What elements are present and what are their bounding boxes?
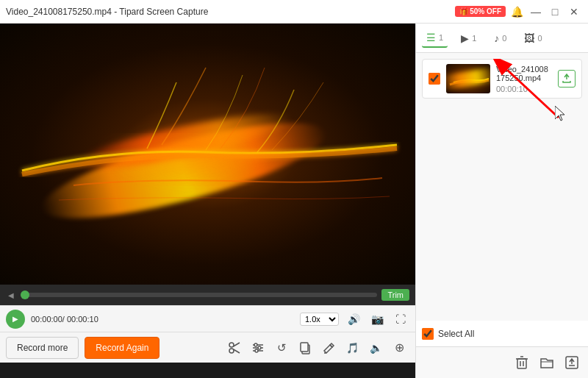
file-info: Video_241008175250.mp4 00:00:10 [496, 65, 552, 93]
volume-edit-button[interactable]: 🔈 [365, 338, 386, 358]
audio-edit-button[interactable]: 🎵 [342, 338, 362, 358]
svg-point-9 [258, 346, 261, 349]
close-button[interactable]: ✕ [566, 4, 582, 20]
select-all-checkbox[interactable] [422, 328, 434, 340]
select-all-bar: Select All [416, 321, 588, 347]
minimize-button[interactable]: — [528, 4, 544, 20]
tab-play[interactable]: ▶ 1 [456, 29, 481, 47]
rotate-icon: ↺ [277, 341, 287, 354]
scrubber-start-icon: ◀ [6, 290, 16, 300]
play-icon: ▶ [12, 315, 18, 323]
promo-icon: 🎁 [459, 7, 468, 15]
play-button[interactable]: ▶ [6, 310, 25, 329]
speed-select[interactable]: 1.0x 0.5x 0.75x 1.25x 1.5x 2.0x [300, 313, 339, 326]
copy-icon [298, 341, 312, 354]
scrubber-thumb[interactable] [21, 290, 29, 299]
scrubber-area: ◀ Trim [0, 285, 415, 305]
copy-button[interactable] [295, 338, 315, 358]
svg-rect-12 [301, 343, 308, 352]
folder-icon [540, 357, 553, 368]
more-button[interactable]: ⊕ [389, 338, 409, 358]
export-all-button[interactable] [562, 352, 582, 373]
svg-line-4 [234, 349, 240, 353]
tab-image[interactable]: 🖼 0 [520, 29, 546, 47]
volume-edit-icon: 🔈 [370, 342, 382, 354]
tab-video[interactable]: ☰ 1 [422, 29, 448, 48]
svg-rect-16 [517, 359, 526, 368]
delete-button[interactable] [512, 352, 532, 373]
trim-button[interactable]: Trim [381, 289, 409, 301]
file-checkbox[interactable] [429, 73, 440, 85]
app-title: Video_241008175250.mp4 - Tipard Screen C… [6, 7, 208, 17]
more-icon: ⊕ [395, 340, 404, 354]
list-icon: ☰ [426, 32, 436, 43]
svg-point-10 [255, 349, 258, 352]
controls-area: ▶ 00:00:00/ 00:00:10 1.0x 0.5x 0.75x 1.2… [0, 305, 415, 332]
rotate-button[interactable]: ↺ [271, 338, 292, 358]
video-preview [0, 24, 415, 285]
video-streaks-svg [0, 24, 415, 285]
fullscreen-button[interactable]: ⛶ [392, 310, 409, 328]
notification-button[interactable]: 🔔 [509, 4, 525, 20]
file-duration: 00:00:10 [496, 85, 552, 93]
tab-audio[interactable]: ♪ 0 [490, 29, 511, 47]
edit-icon [322, 341, 335, 354]
record-more-button[interactable]: Record more [6, 337, 79, 359]
action-icons-bar [416, 347, 588, 378]
camera-button[interactable]: 📷 [368, 310, 386, 328]
record-again-button[interactable]: Record Again [85, 337, 159, 359]
main-layout: ◀ Trim ▶ 00:00:00/ 00:00:10 1.0x 0.5x 0.… [0, 24, 588, 378]
titlebar-left: Video_241008175250.mp4 - Tipard Screen C… [6, 7, 208, 17]
titlebar-right: 🎁 50% OFF 🔔 — □ ✕ [455, 4, 582, 20]
cut-button[interactable] [224, 338, 245, 358]
fullscreen-icon: ⛶ [395, 313, 406, 325]
maximize-button[interactable]: □ [547, 4, 563, 20]
adjust-button[interactable] [248, 338, 268, 358]
promo-text: 50% OFF [470, 7, 501, 15]
select-all-label: Select All [438, 329, 474, 339]
promo-badge[interactable]: 🎁 50% OFF [455, 6, 506, 17]
edit-button[interactable] [318, 338, 339, 358]
svg-point-0 [110, 138, 257, 182]
volume-button[interactable]: 🔊 [345, 310, 362, 328]
cut-icon [228, 341, 241, 354]
play-tab-icon: ▶ [461, 32, 469, 44]
file-item: Video_241008175250.mp4 00:00:10 [422, 59, 582, 99]
bottom-buttons: Record more Record Again [0, 332, 415, 363]
tab-bar: ☰ 1 ▶ 1 ♪ 0 🖼 0 [416, 24, 588, 53]
svg-point-1 [229, 343, 234, 347]
file-thumbnail [446, 64, 490, 93]
export-all-icon [565, 356, 578, 369]
left-panel: ◀ Trim ▶ 00:00:00/ 00:00:10 1.0x 0.5x 0.… [0, 24, 415, 378]
export-icon [562, 74, 572, 84]
adjust-icon [251, 341, 265, 354]
file-list: Video_241008175250.mp4 00:00:10 [416, 53, 588, 321]
export-button[interactable] [558, 70, 576, 88]
audio-tab-icon: ♪ [494, 32, 499, 44]
svg-point-2 [229, 349, 234, 353]
svg-line-3 [234, 343, 240, 346]
scrubber-track[interactable] [21, 293, 377, 297]
titlebar: Video_241008175250.mp4 - Tipard Screen C… [0, 0, 588, 24]
file-name: Video_241008175250.mp4 [496, 65, 552, 82]
svg-point-8 [254, 343, 257, 346]
audio-edit-icon: 🎵 [346, 342, 359, 354]
volume-icon: 🔊 [348, 313, 360, 325]
delete-icon [516, 356, 528, 369]
right-panel: ☰ 1 ▶ 1 ♪ 0 🖼 0 [415, 24, 588, 378]
bottom-toolbar: ↺ 🎵 [165, 338, 409, 358]
camera-icon: 📷 [371, 313, 384, 325]
folder-button[interactable] [537, 352, 557, 373]
time-display: 00:00:00/ 00:00:10 [31, 315, 98, 324]
image-tab-icon: 🖼 [524, 32, 534, 44]
